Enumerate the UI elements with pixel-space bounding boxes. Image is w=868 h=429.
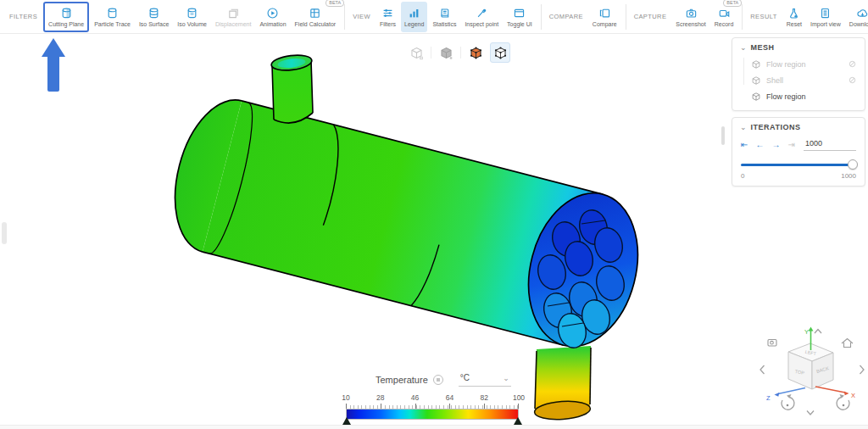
tick-label: 100	[513, 393, 525, 402]
unit-dropdown[interactable]: °C ⌄	[459, 373, 511, 387]
iteration-slider[interactable]	[741, 159, 856, 170]
cutting-plane-button[interactable]: Cutting Plane	[43, 2, 89, 32]
mesh-cube-icon	[751, 92, 761, 102]
step-next-button[interactable]: →	[771, 140, 780, 150]
animation-button[interactable]: Animation	[256, 2, 289, 32]
iterations-panel-header[interactable]: ⌄ ITERATIONS	[732, 118, 865, 135]
tick-label: 28	[376, 393, 384, 402]
mesh-panel-header[interactable]: ⌄ MESH	[732, 38, 865, 55]
rotate-left-chevron[interactable]	[760, 365, 765, 374]
beta-badge: BETA	[326, 0, 344, 7]
mesh-panel: ⌄ MESH Flow region Shell Flow region	[732, 37, 865, 111]
iteration-value-field[interactable]: 1000	[804, 138, 856, 151]
mesh-item-flow-region-2[interactable]: Flow region	[732, 88, 865, 104]
legend-settings-icon[interactable]	[433, 375, 443, 385]
colorbar-tick-labels: 10 28 46 64 82 100	[346, 393, 519, 403]
axis-x-label: X	[851, 392, 855, 399]
screenshot-button[interactable]: Screenshot	[672, 2, 709, 32]
inspect-point-icon	[476, 7, 488, 20]
arrow-head	[42, 38, 65, 57]
axis-z: Z	[766, 388, 805, 403]
mesh-outline-cube-icon	[493, 46, 508, 60]
statistics-button[interactable]: Statistics	[429, 2, 459, 32]
field-calculator-icon	[309, 7, 321, 20]
filters-button[interactable]: Filters	[376, 2, 399, 32]
view-mode-wireframe-button[interactable]	[406, 42, 426, 63]
roll-dot	[787, 404, 789, 407]
roll-dot	[843, 404, 845, 407]
step-previous-button[interactable]: ←	[755, 140, 764, 150]
slider-track[interactable]	[741, 164, 856, 166]
mesh-panel-title: MESH	[751, 43, 775, 52]
right-panel-handle[interactable]	[721, 126, 725, 145]
displacement-button: Displacement	[212, 2, 254, 32]
visibility-off-icon[interactable]	[848, 75, 857, 85]
colorbar-max-handle[interactable]	[514, 417, 522, 425]
left-panel-handle[interactable]	[2, 222, 7, 244]
iso-volume-button[interactable]: Iso Volume	[174, 2, 210, 32]
view-mode-separator	[460, 47, 461, 58]
mesh-item-shell[interactable]: Shell	[732, 72, 865, 88]
group-label-result: RESULT	[750, 13, 776, 20]
particle-trace-icon	[106, 7, 119, 20]
field-calculator-button[interactable]: BETA Field Calculator	[292, 2, 340, 32]
rotate-up-chevron[interactable]	[815, 330, 821, 334]
legend-button[interactable]: Legend	[401, 2, 427, 32]
legend-header: Temperature °C ⌄	[376, 373, 511, 387]
download-button[interactable]: Download	[846, 2, 868, 32]
toggle-ui-button[interactable]: Toggle UI	[504, 2, 536, 32]
view-mode-surface-mesh-button[interactable]	[465, 42, 486, 63]
toolbar-divider	[541, 4, 542, 30]
record-icon	[718, 7, 731, 20]
colorbar-ticks	[346, 404, 519, 409]
toolbar-divider	[626, 4, 626, 30]
mesh-surface-cube-icon	[469, 46, 483, 60]
filters-icon	[381, 7, 394, 20]
compare-icon	[598, 7, 611, 20]
legend-icon	[408, 7, 420, 20]
roll-cw-arrow[interactable]	[837, 398, 849, 410]
rotate-down-chevron[interactable]	[807, 411, 814, 415]
group-label-capture: CAPTURE	[634, 13, 667, 20]
iso-surface-icon	[147, 7, 160, 20]
beta-badge: BETA	[723, 0, 742, 7]
visibility-off-icon[interactable]	[848, 59, 857, 69]
particle-trace-button[interactable]: Particle Trace	[91, 2, 134, 32]
wireframe-cube-icon	[409, 46, 424, 60]
mesh-item-flow-region-1[interactable]: Flow region	[732, 56, 865, 72]
mesh-cube-icon	[751, 59, 761, 70]
reset-button[interactable]: Reset	[783, 2, 805, 32]
compare-button[interactable]: Compare	[589, 2, 620, 32]
app-window: FILTERS Cutting Plane Particle Trace Iso…	[0, 0, 868, 429]
animation-icon	[266, 7, 279, 20]
view-mode-solid-button[interactable]	[436, 42, 456, 63]
navigation-cube[interactable]: LEFT TOP BACK Y X Z	[756, 325, 868, 425]
record-button[interactable]: BETA Record	[711, 2, 737, 32]
rotate-right-chevron[interactable]	[860, 365, 865, 374]
download-icon	[856, 7, 868, 20]
colorbar-min-handle[interactable]	[342, 417, 351, 425]
group-label-compare: COMPARE	[549, 13, 583, 20]
collapse-chevron-icon: ⌄	[740, 125, 747, 130]
iso-surface-button[interactable]: Iso Surface	[136, 2, 172, 32]
slider-max-label: 1000	[841, 172, 856, 180]
tree-connector	[743, 58, 744, 85]
roll-ccw-arrow[interactable]	[782, 398, 794, 410]
view-mode-outline-mesh-button[interactable]	[490, 42, 510, 63]
camera-view-icon[interactable]	[768, 340, 776, 347]
top-toolbar: FILTERS Cutting Plane Particle Trace Iso…	[0, 0, 868, 34]
slider-handle[interactable]	[848, 159, 858, 170]
step-last-button: ⇥	[787, 140, 794, 150]
axis-z-label: Z	[766, 394, 771, 402]
view-mode-separator	[431, 47, 431, 58]
iterations-panel-title: ITERATIONS	[751, 123, 801, 131]
arrow-shaft	[47, 55, 59, 92]
legend-colorbar: 10 28 46 64 82 100	[346, 393, 519, 420]
home-view-icon[interactable]	[842, 339, 853, 348]
axis-y-label: Y	[804, 328, 809, 336]
inspect-point-button[interactable]: Inspect point	[461, 2, 502, 32]
displacement-icon	[227, 7, 240, 20]
step-first-button[interactable]: ⇤	[741, 140, 748, 150]
tick-label: 64	[446, 393, 453, 402]
import-view-button[interactable]: Import view	[807, 2, 844, 32]
